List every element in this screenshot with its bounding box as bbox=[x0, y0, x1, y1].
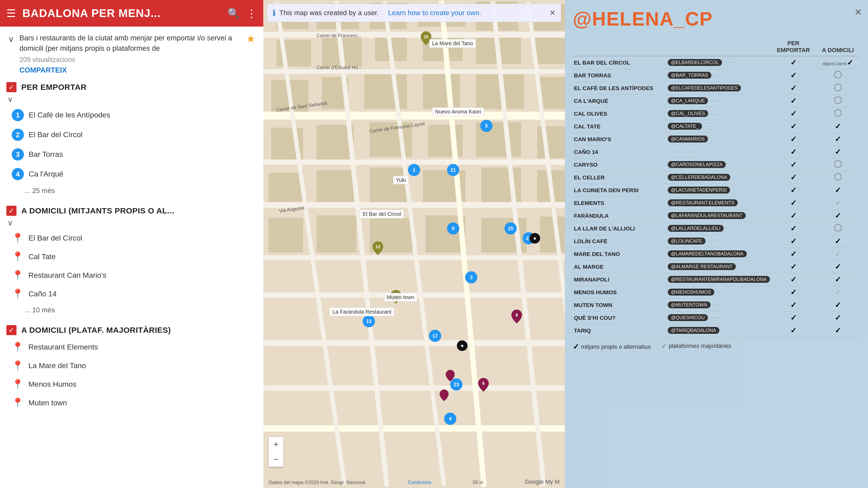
row-dots: ····· bbox=[702, 124, 713, 129]
map-pin-purple-1[interactable] bbox=[446, 370, 455, 383]
map-pin-9[interactable]: 9 bbox=[447, 222, 459, 236]
map-pin-star-1[interactable]: ★ bbox=[529, 233, 540, 245]
circle-empty-icon bbox=[834, 160, 842, 168]
table-row[interactable]: TARIQ@TARIQBADALONA ·✓✓ bbox=[573, 324, 860, 337]
desc-toggle[interactable]: ∨ bbox=[8, 34, 14, 44]
map-notice-close[interactable]: ✕ bbox=[550, 8, 556, 17]
table-row[interactable]: LOLÍN CAFÉ@LOLINCAFE ·····✓✓ bbox=[573, 235, 860, 248]
list-item[interactable]: 📍 Muten town bbox=[6, 394, 257, 412]
row-ad-check: ✓ bbox=[816, 312, 860, 324]
map-label-farandula: La Farándula Restaurant bbox=[330, 307, 394, 316]
row-dots: ··· bbox=[714, 289, 722, 295]
table-row[interactable]: CAL TATE@CALTATE_ ·····✓✓ bbox=[573, 120, 860, 133]
menu-icon[interactable]: ☰ bbox=[6, 7, 16, 20]
map-pin-6[interactable]: 6 bbox=[478, 378, 489, 394]
list-item[interactable]: 4 Ca l'Arqué bbox=[6, 164, 257, 184]
table-row[interactable]: EL CELLER@CELLERDEBADALONA ·✓ bbox=[573, 171, 860, 184]
row-ad-check: ✓ bbox=[816, 235, 860, 248]
map-controls: + − bbox=[269, 437, 283, 467]
svg-rect-36 bbox=[540, 217, 565, 253]
table-row[interactable]: CAN MARIO'S@CANMARIOS ····✓✓ bbox=[573, 133, 860, 145]
table-row[interactable]: MENOS HUMOS@MENOSHUMOS ···✓✓ bbox=[573, 286, 860, 299]
map-pin-17[interactable]: 17 bbox=[429, 330, 441, 344]
map-footer-cond[interactable]: Condicions bbox=[408, 480, 431, 485]
list-more-domicili-propis[interactable]: ... 10 més bbox=[6, 303, 257, 317]
search-icon[interactable]: 🔍 bbox=[227, 7, 240, 19]
section-title-per-emportar: PER EMPORTAR bbox=[21, 83, 86, 92]
zoom-out-button[interactable]: − bbox=[269, 452, 283, 467]
map-label-muten-town: Muten town bbox=[384, 293, 417, 302]
map-pin-5[interactable]: 5 bbox=[480, 120, 493, 134]
table-row[interactable]: MIRANAPOLI@RESTAURANTEMIRANAPOLIBADALONA… bbox=[573, 273, 860, 286]
list-item[interactable]: 📍 Menos Humos bbox=[6, 375, 257, 394]
zoom-in-button[interactable]: + bbox=[269, 437, 283, 452]
table-row[interactable]: FARÀNDULA@LAFARANDULARESTAURANT ·✓✓ bbox=[573, 209, 860, 222]
list-item[interactable]: 📍 El Bar del Círcol bbox=[6, 229, 257, 248]
map-pin-star-2[interactable]: ★ bbox=[457, 340, 467, 353]
table-row[interactable]: ELEMENTS@RESTAURANT.ELEMENTS✓✓ bbox=[573, 197, 860, 209]
list-item[interactable]: 2 El Bar del Círcol bbox=[6, 125, 257, 144]
table-row[interactable]: BAR TORRAS@BAR_TORRAS ·····✓ bbox=[573, 69, 860, 82]
row-ad-check bbox=[816, 107, 860, 120]
map-pin-12[interactable]: 12 bbox=[373, 241, 383, 257]
list-item[interactable]: 3 Bar Torras bbox=[6, 144, 257, 164]
row-dots: · bbox=[746, 213, 749, 218]
row-handle-cell: @ELBARDELCIRCOL ····· bbox=[667, 56, 771, 69]
svg-rect-15 bbox=[364, 74, 407, 109]
table-row[interactable]: EL BAR DEL CÍRCOL@ELBARDELCIRCOL ·····✓a… bbox=[573, 56, 860, 69]
row-handle-cell: @MENOSHUMOS ··· bbox=[667, 286, 771, 299]
panel-close-button[interactable]: × bbox=[855, 5, 862, 19]
section-toggle-domicili-propis[interactable]: ∨ bbox=[7, 219, 257, 227]
table-row[interactable]: CARYSO@CAROSONELAPIZZA ·✓ bbox=[573, 158, 860, 171]
list-item[interactable]: 📍 Restaurant Elements bbox=[6, 338, 257, 356]
svg-rect-44 bbox=[263, 340, 565, 346]
section-checkbox-domicili-propis[interactable]: ✓ bbox=[6, 206, 17, 216]
map-pin-21[interactable]: 21 bbox=[447, 164, 459, 178]
row-handle: @LOLINCAFE bbox=[668, 238, 706, 245]
section-checkbox-per-emportar[interactable]: ✓ bbox=[6, 82, 17, 92]
section-checkbox-domicili-plataf[interactable]: ✓ bbox=[6, 325, 17, 335]
check-icon: ✓ bbox=[835, 275, 841, 284]
table-row[interactable]: LA CUINETA DEN PERSI@LACUINETADENPERSI✓✓ bbox=[573, 184, 860, 197]
svg-rect-18 bbox=[540, 77, 565, 109]
star-icon[interactable]: ★ bbox=[246, 33, 255, 45]
table-row[interactable]: AL MARGE@ALMARGE RESTAURANT✓✓ bbox=[573, 260, 860, 273]
list-label: El Bar del Círcol bbox=[28, 234, 82, 242]
row-handle: @LALLARDELALLIOLI bbox=[668, 225, 723, 232]
check-icon: ✓ bbox=[835, 186, 841, 194]
list-label: Cal Tate bbox=[28, 253, 56, 261]
row-pe-check: ✓ bbox=[771, 260, 816, 273]
row-pe-check: ✓ bbox=[771, 286, 816, 299]
list-item[interactable]: 📍 La Mare del Tano bbox=[6, 356, 257, 375]
map-pin-13[interactable]: 13 bbox=[363, 315, 375, 329]
map-pin-purple-2[interactable] bbox=[440, 389, 448, 403]
list-item[interactable]: 📍 Cal Tate bbox=[6, 248, 257, 266]
table-row[interactable]: MARE DEL TANO@LAMAREDELTANOBADALONA✓✓ bbox=[573, 248, 860, 260]
list-item[interactable]: 📍 Restaurant Can Mario's bbox=[6, 266, 257, 285]
list-item[interactable]: 📍 Caño 14 bbox=[6, 285, 257, 303]
row-ad-check: ✓ bbox=[816, 209, 860, 222]
map-pin-4[interactable]: 4 bbox=[444, 413, 456, 427]
table-row[interactable]: LA LLAR DE L'ALLIOLI@LALLARDELALLIOLI ·✓ bbox=[573, 222, 860, 235]
row-dots: · bbox=[726, 162, 730, 167]
more-icon[interactable]: ⋮ bbox=[246, 7, 257, 20]
table-row[interactable]: EL CAFÉ DE LES ANTÍPODES@ELCAFEDELESANTI… bbox=[573, 82, 860, 95]
table-row[interactable]: QUÈ S'HI COU?@QUESHICOU ·······✓✓ bbox=[573, 312, 860, 324]
table-row[interactable]: CAL OLIVES@CAL_OLIVES ·····✓ bbox=[573, 107, 860, 120]
svg-rect-31 bbox=[269, 218, 303, 253]
list-more-per-emportar[interactable]: ... 25 més bbox=[6, 184, 257, 197]
table-row[interactable]: MUTEN TOWN@MUTENTOWN ·····✓✓ bbox=[573, 299, 860, 312]
table-row[interactable]: CAÑO 14 ·················✓✓ bbox=[573, 145, 860, 158]
map-area[interactable]: Carrer de Sant Sebastià Via Augusta Carr… bbox=[263, 0, 565, 488]
check-icon: ✓ bbox=[790, 275, 797, 284]
list-item[interactable]: 1 El Cafè de les Antípodes bbox=[6, 105, 257, 125]
circle-empty-icon bbox=[834, 224, 842, 231]
share-button[interactable]: COMPARTEIX bbox=[20, 66, 241, 74]
map-pin-8[interactable]: 8 bbox=[512, 310, 522, 325]
map-notice-link[interactable]: Learn how to create your own. bbox=[388, 9, 481, 17]
table-row[interactable]: CA L'ARQUÉ@CA_LARQUE ·····✓ bbox=[573, 95, 860, 107]
map-pin-3[interactable]: 3 bbox=[465, 271, 477, 285]
map-pin-1[interactable]: 1 bbox=[408, 164, 420, 178]
map-pin-25[interactable]: 25 bbox=[504, 222, 517, 236]
section-toggle-per-emportar[interactable]: ∨ bbox=[7, 95, 257, 104]
